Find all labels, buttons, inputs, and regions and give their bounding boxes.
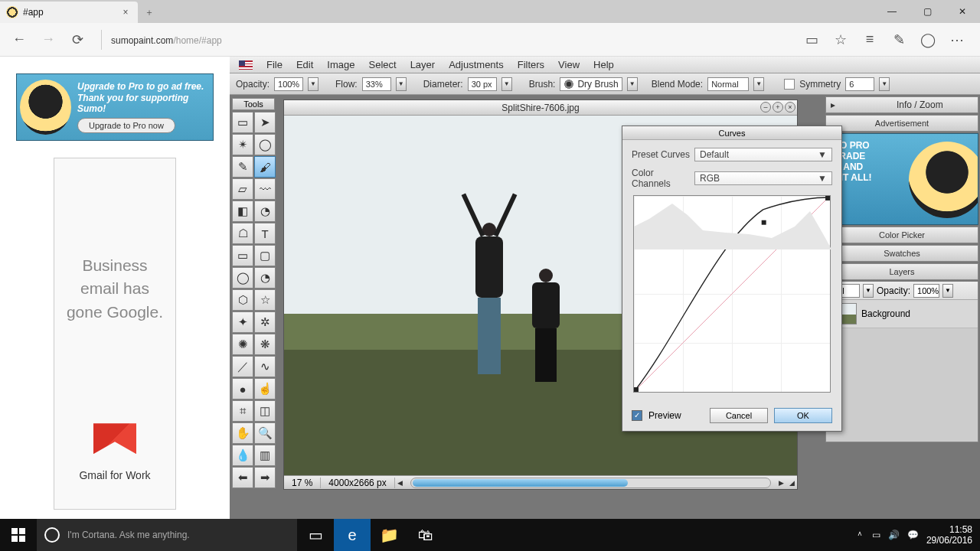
taskbar-clock[interactable]: 11:58 29/06/2016 [926,524,972,546]
tool-line[interactable]: ／ [232,356,253,377]
start-button[interactable] [0,519,37,551]
opacity-dropdown[interactable]: ▼ [308,77,318,91]
menu-file[interactable]: File [266,59,283,70]
sidebar-advertisement[interactable]: Business email has gone Google. Gmail fo… [54,158,176,510]
taskbar-explorer-icon[interactable]: 📁 [371,519,407,551]
brush-dropdown[interactable]: ▼ [627,77,638,91]
window-close-button[interactable]: ✕ [945,0,980,23]
zoom-display[interactable]: 17 % [284,478,321,488]
layer-blend-dropdown[interactable]: ▼ [863,284,874,298]
tool-smudge[interactable]: ☝ [254,378,276,399]
flow-dropdown[interactable]: ▼ [396,77,407,91]
tool-zoom[interactable]: 🔍 [254,422,276,444]
ok-button[interactable]: OK [774,408,832,423]
tool-crop[interactable]: ⌗ [232,400,253,422]
tool-star2[interactable]: ✦ [232,311,253,333]
tray-battery-icon[interactable]: ▭ [872,530,880,540]
language-flag-icon[interactable] [239,60,253,70]
nav-reload-button[interactable]: ⟳ [63,25,92,54]
doc-close-button[interactable]: × [785,102,795,112]
reading-view-icon[interactable]: ▭ [801,29,822,51]
menu-image[interactable]: Image [327,59,354,70]
web-note-icon[interactable]: ✎ [888,29,910,51]
doc-resize-icon[interactable]: ◢ [786,479,797,487]
tool-colorpicker2[interactable]: ▥ [254,445,276,466]
menu-help[interactable]: Help [593,59,614,70]
taskbar-store-icon[interactable]: 🛍 [407,519,444,551]
tool-rect[interactable]: ▭ [232,245,253,266]
tool-ellipse[interactable]: ◯ [232,267,253,289]
window-maximize-button[interactable]: ▢ [910,0,945,23]
blend-dropdown[interactable]: ▼ [753,77,764,91]
brush-selector[interactable]: Dry Brush [560,77,622,91]
tray-notifications-icon[interactable]: 💬 [907,530,919,540]
share-icon[interactable]: ◯ [917,29,939,51]
document-title-bar[interactable]: SplitShire-7606.jpg – + × [284,100,797,116]
new-tab-button[interactable]: ＋ [138,2,161,23]
cortana-search[interactable]: I'm Cortana. Ask me anything. [37,519,297,551]
menu-edit[interactable]: Edit [296,59,313,70]
window-minimize-button[interactable]: — [874,0,910,23]
tool-eraser[interactable]: ▱ [232,178,253,200]
tool-brush[interactable]: 🖌 [254,156,276,178]
menu-select[interactable]: Select [369,59,397,70]
tool-pencil[interactable]: ✎ [232,156,253,178]
task-view-button[interactable]: ▭ [297,519,334,551]
favorite-icon[interactable]: ☆ [830,29,851,51]
opacity-input[interactable]: 100% [274,77,303,91]
tool-text[interactable]: T [254,223,276,244]
symmetry-checkbox[interactable] [784,79,795,90]
color-channels-select[interactable]: RGB▼ [694,171,832,185]
pro-ad-panel[interactable]: MO PRO GRADE W AND T IT ALL! [825,133,978,225]
tool-bucket[interactable]: ◔ [254,201,276,222]
nav-back-button[interactable]: ← [5,25,34,54]
more-icon[interactable]: ⋯ [946,29,968,51]
curves-dialog-title[interactable]: Curves [622,126,841,140]
blend-mode-select[interactable]: Normal [707,77,749,91]
upgrade-pro-banner[interactable]: Upgrade to Pro to go ad free. Thank you … [16,73,214,141]
tool-wand[interactable]: ✴ [232,134,253,155]
tool-ink[interactable]: 〰 [254,178,276,200]
tray-volume-icon[interactable]: 🔊 [888,530,900,540]
tab-close-icon[interactable]: × [119,7,132,18]
nav-forward-button[interactable]: → [34,25,63,54]
cancel-button[interactable]: Cancel [710,408,768,423]
tray-chevron-icon[interactable]: ＾ [855,529,864,542]
tool-pie[interactable]: ◔ [254,267,276,289]
address-bar[interactable]: sumopaint.com/home/#app [111,33,222,46]
hscroll-left-icon[interactable]: ◀ [395,479,406,487]
doc-maximize-button[interactable]: + [773,102,783,112]
diameter-dropdown[interactable]: ▼ [501,77,512,91]
menu-adjustments[interactable]: Adjustments [449,59,504,70]
hscroll-right-icon[interactable]: ▶ [776,479,786,487]
tool-transform[interactable]: ◫ [254,400,276,422]
symmetry-dropdown[interactable]: ▼ [879,77,890,91]
tool-curve[interactable]: ∿ [254,356,276,377]
preview-checkbox[interactable]: ✓ [632,410,642,421]
info-zoom-panel-header[interactable]: ▸Info / Zoom [825,96,978,113]
tool-stamp[interactable]: ☖ [232,223,253,244]
upgrade-pro-button[interactable]: Upgrade to Pro now [77,118,175,133]
layer-opacity-input[interactable]: 100% [913,284,939,298]
tool-eyedropper[interactable]: 💧 [232,445,253,466]
tool-hand[interactable]: ✋ [232,422,253,444]
layer-opacity-dropdown[interactable]: ▼ [942,284,953,298]
tool-move[interactable]: ➤ [254,112,276,133]
tool-lasso[interactable]: ◯ [254,134,276,155]
preset-curves-select[interactable]: Default▼ [694,148,832,161]
tool-blur[interactable]: ● [232,378,253,399]
tool-roundrect[interactable]: ▢ [254,245,276,266]
symmetry-input[interactable]: 6 [845,77,874,91]
taskbar-edge-icon[interactable]: e [334,519,371,551]
flow-input[interactable]: 33% [362,77,391,91]
horizontal-scrollbar[interactable] [410,478,771,488]
tool-undo[interactable]: ⬅ [232,467,253,488]
tool-custom-shape[interactable]: ✲ [254,311,276,333]
tool-marquee[interactable]: ▭ [232,112,253,133]
layer-row-background[interactable]: Background [826,300,978,328]
tool-redo[interactable]: ➡ [254,467,276,488]
layers-panel-header[interactable]: Layers [825,263,978,280]
curves-graph[interactable] [633,195,831,393]
menu-view[interactable]: View [558,59,580,70]
doc-minimize-button[interactable]: – [760,102,771,112]
